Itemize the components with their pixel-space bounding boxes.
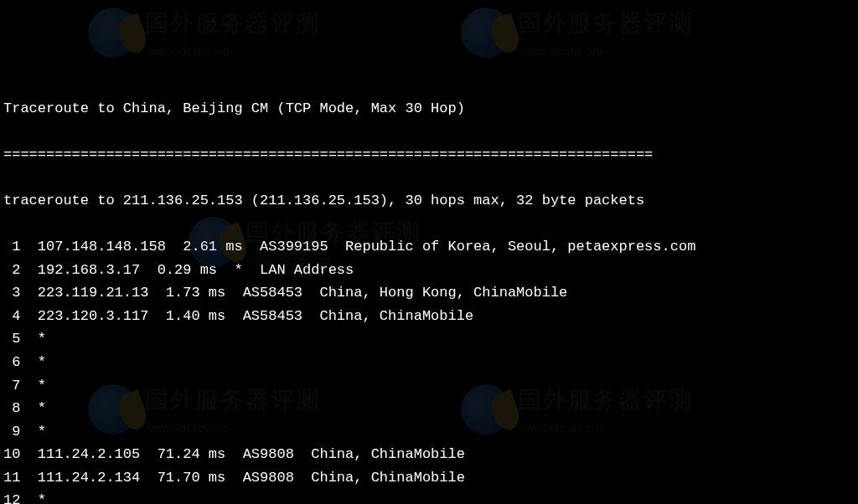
watermark-title: 国外服务器评测 <box>518 4 694 42</box>
hop-row: 1 107.148.148.158 2.61 ms AS399195 Repub… <box>3 235 855 259</box>
hop-row: 2 192.168.3.17 0.29 ms * LAN Address <box>3 259 855 282</box>
watermark: 国外服务器评测 -www.idcspy.org- <box>461 4 694 61</box>
hops-list: 1 107.148.148.158 2.61 ms AS399195 Repub… <box>3 235 855 504</box>
hop-row: 7 * <box>3 374 855 398</box>
hop-row: 8 * <box>3 397 855 420</box>
hop-row: 10 111.24.2.105 71.24 ms AS9808 China, C… <box>3 443 855 466</box>
traceroute-title: Traceroute to China, Beijing CM (TCP Mod… <box>3 97 855 121</box>
watermark-url: -www.idcspy.org- <box>518 42 694 61</box>
traceroute-summary: traceroute to 211.136.25.153 (211.136.25… <box>3 189 855 213</box>
hop-row: 11 111.24.2.134 71.70 ms AS9808 China, C… <box>3 466 855 490</box>
watermark-globe-icon <box>88 8 138 58</box>
hop-row: 6 * <box>3 351 855 374</box>
watermark-globe-icon <box>461 8 511 58</box>
hop-row: 12 * <box>3 489 855 504</box>
watermark-title: 国外服务器评测 <box>145 4 321 42</box>
watermark: 国外服务器评测 -www.idcspy.org- <box>88 4 321 61</box>
hop-row: 4 223.120.3.117 1.40 ms AS58453 China, C… <box>3 305 855 328</box>
hop-row: 3 223.119.21.13 1.73 ms AS58453 China, H… <box>3 281 855 305</box>
hop-row: 9 * <box>3 420 855 444</box>
separator: ========================================… <box>3 143 855 167</box>
watermark-url: -www.idcspy.org- <box>145 42 321 61</box>
hop-row: 5 * <box>3 327 855 351</box>
